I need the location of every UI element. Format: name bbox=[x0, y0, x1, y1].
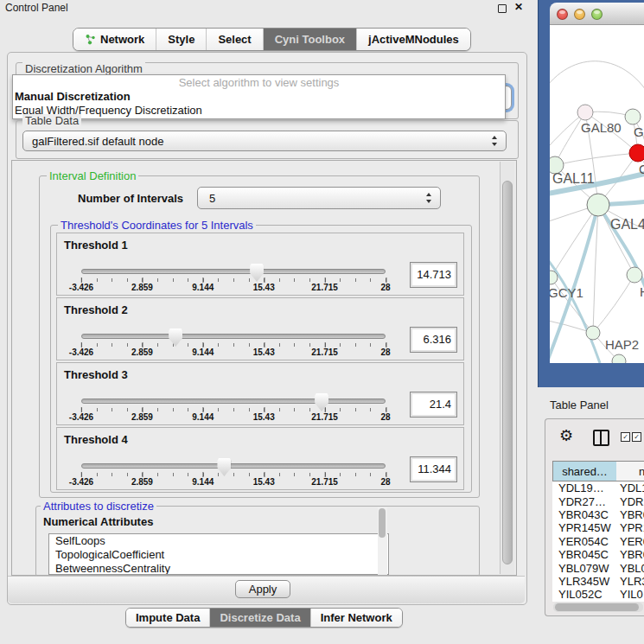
tab-cyni-toolbox[interactable]: Cyni Toolbox bbox=[264, 29, 357, 50]
threshold-4-value-field[interactable]: 11.344 bbox=[410, 456, 457, 482]
tick-label: 2.859 bbox=[131, 477, 153, 487]
table-hscrollbar[interactable] bbox=[553, 603, 643, 612]
node-label: HAP2 bbox=[605, 337, 639, 352]
network-icon bbox=[85, 34, 96, 45]
list-item[interactable]: TopologicalCoefficient bbox=[49, 548, 388, 562]
settings-scrollbar[interactable] bbox=[500, 162, 514, 574]
list-item[interactable]: BetweennessCentrality bbox=[49, 562, 388, 575]
combo-arrows-icon bbox=[492, 136, 498, 146]
tick-label: 21.715 bbox=[311, 477, 338, 487]
column-header-shared-name[interactable]: shared… bbox=[552, 461, 617, 481]
gear-icon[interactable]: ⚙ bbox=[559, 426, 573, 445]
cyni-mode-tabbar: Impute Data Discretize Data Infer Networ… bbox=[125, 608, 403, 628]
tab-select[interactable]: Select bbox=[207, 29, 263, 50]
dropdown-option-equal-width[interactable]: Equal Width/Frequency Discretization bbox=[13, 104, 505, 118]
node-label: GAL4 bbox=[610, 217, 644, 232]
tick-label: 2.859 bbox=[131, 283, 153, 292]
tick-label: 15.43 bbox=[253, 477, 275, 487]
table-row[interactable]: YPR145W YPR1 bbox=[552, 521, 644, 534]
table-data-combobox[interactable]: galFiltered.sif default node bbox=[22, 131, 507, 151]
traffic-light-close-icon[interactable] bbox=[557, 9, 568, 20]
node-table[interactable]: YDL19… YDL1 YDR27… YDR2 YBR043C YBR0 YPR… bbox=[552, 481, 644, 602]
tick-label: -3.426 bbox=[69, 348, 93, 357]
float-window-icon[interactable] bbox=[498, 4, 507, 13]
checkbox-icon[interactable]: ✓ bbox=[632, 432, 641, 442]
node-hap2[interactable] bbox=[586, 326, 600, 340]
thresholds-group: Threshold's Coordinates for 5 Intervals … bbox=[50, 225, 472, 493]
table-panel-title: Table Panel bbox=[550, 399, 609, 411]
tab-infer-network[interactable]: Infer Network bbox=[311, 609, 402, 627]
table-row[interactable]: YDL19… YDL1 bbox=[552, 481, 644, 494]
network-canvas[interactable]: GAL80 GA GAL11 C GAL4 GCY1 H HAP2 bbox=[550, 25, 644, 363]
tick-label: 21.715 bbox=[311, 412, 338, 422]
threshold-2-value-field[interactable]: 6.316 bbox=[410, 327, 457, 353]
num-intervals-label: Number of Intervals bbox=[78, 192, 183, 205]
network-window-titlebar[interactable] bbox=[550, 3, 644, 25]
threshold-4-row: Threshold 4 -3.4262.8599.14415.4321.7152… bbox=[56, 427, 464, 490]
tick-label: 15.43 bbox=[253, 283, 275, 292]
tab-impute-data[interactable]: Impute Data bbox=[126, 609, 210, 627]
algorithm-dropdown-popup: Select algorithm to view settings Manual… bbox=[12, 74, 506, 119]
node-label: GAL80 bbox=[581, 120, 622, 135]
network-graph: GAL80 GA GAL11 C GAL4 GCY1 H HAP2 bbox=[550, 25, 644, 363]
table-row[interactable]: YBR045C YBR0 bbox=[552, 548, 644, 561]
tab-jactivemnodules[interactable]: jActiveMNodules bbox=[357, 29, 470, 50]
node-gal4[interactable] bbox=[587, 194, 609, 216]
threshold-1-row: Threshold 1 -3.4262.8599.14415.4321.7152… bbox=[56, 233, 464, 296]
scrollbar-thumb[interactable] bbox=[502, 181, 513, 564]
node-label: GA bbox=[634, 124, 644, 139]
tab-network[interactable]: Network bbox=[73, 29, 156, 50]
threshold-3-slider[interactable]: -3.4262.8599.14415.4321.71528 bbox=[81, 394, 386, 424]
tick-label: -3.426 bbox=[69, 283, 93, 292]
table-row[interactable]: YIL052C YIL0 bbox=[552, 588, 644, 601]
node-gal80[interactable] bbox=[577, 105, 593, 120]
tab-discretize-data[interactable]: Discretize Data bbox=[210, 609, 310, 627]
threshold-3-row: Threshold 3 -3.4262.8599.14415.4321.7152… bbox=[56, 362, 464, 425]
table-hscrollbar-thumb[interactable] bbox=[555, 603, 639, 611]
tick-label: 28 bbox=[380, 348, 390, 357]
numerical-attributes-list[interactable]: SelfLoopsTopologicalCoefficientBetweenne… bbox=[48, 533, 389, 575]
table-row[interactable]: YLR345W YLR3 bbox=[552, 575, 644, 588]
threshold-3-value-field[interactable]: 21.4 bbox=[410, 392, 457, 418]
close-icon[interactable]: ✕ bbox=[514, 1, 523, 13]
tab-style[interactable]: Style bbox=[156, 29, 207, 50]
node-label: H bbox=[640, 284, 644, 299]
traffic-light-zoom-icon[interactable] bbox=[591, 9, 603, 20]
tick-label: 28 bbox=[380, 412, 390, 422]
traffic-light-minimize-icon[interactable] bbox=[574, 9, 585, 20]
node-label: C bbox=[639, 162, 644, 176]
table-row[interactable]: YBR043C YBR0 bbox=[552, 508, 644, 521]
attributes-list-scrollbar[interactable] bbox=[378, 507, 387, 575]
table-row[interactable]: YDR27… YDR2 bbox=[552, 494, 644, 507]
checkbox-icon[interactable]: ✓ bbox=[621, 432, 630, 442]
tick-label: 9.144 bbox=[192, 283, 214, 292]
network-view-window: GAL80 GA GAL11 C GAL4 GCY1 H HAP2 bbox=[538, 0, 644, 387]
apply-button[interactable]: Apply bbox=[235, 580, 290, 598]
num-intervals-spinner[interactable]: 5 bbox=[197, 187, 441, 209]
list-item[interactable]: SelfLoops bbox=[49, 534, 388, 548]
node-partial[interactable] bbox=[612, 354, 626, 363]
threshold-4-slider[interactable]: -3.4262.8599.14415.4321.71528 bbox=[81, 459, 386, 488]
node-gal2[interactable] bbox=[625, 109, 641, 124]
tick-label: 9.144 bbox=[192, 348, 214, 357]
node-h[interactable] bbox=[627, 267, 642, 283]
table-row[interactable]: YER054C YER0 bbox=[552, 535, 644, 548]
algorithm-group-title: Discretization Algorithm bbox=[22, 62, 145, 75]
table-data-group-title: Table Data bbox=[22, 114, 81, 127]
attributes-group: Attributes to discretize Numerical Attri… bbox=[35, 506, 480, 577]
numerical-attributes-label: Numerical Attributes bbox=[43, 515, 153, 528]
tick-label: 15.43 bbox=[253, 412, 275, 422]
tick-label: 9.144 bbox=[192, 412, 214, 422]
interval-definition-title: Interval Definition bbox=[47, 169, 138, 182]
column-header-name[interactable]: n bbox=[616, 461, 644, 481]
threshold-1-slider[interactable]: -3.4262.8599.14415.4321.71528 bbox=[81, 265, 386, 294]
threshold-1-value-field[interactable]: 14.713 bbox=[410, 262, 457, 288]
tick-label: -3.426 bbox=[69, 477, 93, 487]
threshold-2-slider[interactable]: -3.4262.8599.14415.4321.71528 bbox=[81, 329, 386, 359]
node-selected-red[interactable] bbox=[629, 144, 644, 162]
table-row[interactable]: YBL079W YBL0 bbox=[552, 561, 644, 574]
interval-definition-group: Interval Definition Number of Intervals … bbox=[39, 175, 480, 498]
dropdown-option-manual[interactable]: Manual Discretization bbox=[13, 90, 505, 104]
split-columns-icon[interactable] bbox=[593, 430, 609, 446]
settings-panel: Interval Definition Number of Intervals … bbox=[11, 160, 517, 576]
